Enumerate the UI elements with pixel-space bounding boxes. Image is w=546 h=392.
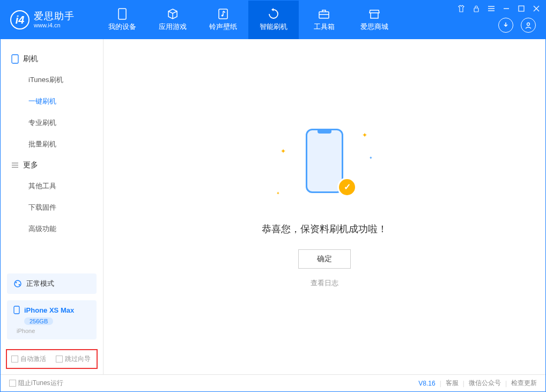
close-icon[interactable] — [532, 4, 541, 13]
status-link-wechat[interactable]: 微信公众号 — [469, 379, 501, 388]
tab-apps-games[interactable]: 应用游戏 — [147, 1, 198, 39]
view-log-link[interactable]: 查看日志 — [311, 278, 338, 288]
device-mode-card[interactable]: 正常模式 — [7, 273, 97, 294]
tab-toolbox[interactable]: 工具箱 — [299, 1, 349, 39]
main-content: ✦ ✦ ✦ ✦ ✓ 恭喜您，保资料刷机成功啦！ 确定 查看日志 — [104, 39, 545, 374]
logo-icon: i4 — [10, 10, 29, 29]
svg-point-13 — [527, 23, 530, 26]
svg-rect-5 — [474, 8, 478, 12]
check-badge-icon: ✓ — [337, 177, 357, 197]
logo-area: i4 爱思助手 www.i4.cn — [1, 10, 97, 29]
list-icon — [11, 162, 19, 168]
svg-point-2 — [222, 14, 224, 17]
app-title: 爱思助手 — [34, 11, 75, 22]
sidebar: 刷机 iTunes刷机 一键刷机 专业刷机 批量刷机 更多 其他工具 下载固件 … — [1, 39, 104, 374]
sparkle-icon: ✦ — [362, 131, 367, 139]
sidebar-item-batch-flash[interactable]: 批量刷机 — [1, 134, 103, 155]
device-type: iPhone — [17, 328, 90, 334]
sidebar-item-pro-flash[interactable]: 专业刷机 — [1, 112, 103, 134]
device-icon — [116, 8, 128, 20]
svg-point-19 — [16, 282, 17, 284]
minimize-icon[interactable] — [501, 4, 511, 13]
app-header: i4 爱思助手 www.i4.cn 我的设备 应用游戏 铃声壁纸 智能刷机 工具… — [1, 1, 545, 39]
device-name: iPhone XS Max — [24, 306, 74, 314]
status-bar: 阻止iTunes运行 V8.16 | 客服 | 微信公众号 | 检查更新 — [1, 374, 545, 391]
mode-icon — [13, 279, 22, 288]
tab-flash[interactable]: 智能刷机 — [248, 1, 299, 39]
svg-rect-14 — [12, 55, 18, 63]
store-icon — [368, 8, 380, 20]
block-itunes-checkbox[interactable]: 阻止iTunes运行 — [9, 379, 63, 388]
maximize-icon[interactable] — [517, 4, 526, 13]
shirt-icon[interactable] — [456, 4, 466, 13]
music-icon — [217, 8, 229, 20]
sidebar-item-download-firmware[interactable]: 下载固件 — [1, 197, 103, 218]
sidebar-item-advanced[interactable]: 高级功能 — [1, 218, 103, 240]
phone-icon — [11, 54, 19, 64]
tab-store[interactable]: 爱思商城 — [349, 1, 400, 39]
svg-point-18 — [14, 280, 21, 287]
flash-options-box: 自动激活 跳过向导 — [6, 349, 98, 369]
svg-point-20 — [19, 284, 20, 286]
success-illustration: ✦ ✦ ✦ ✦ ✓ — [271, 126, 378, 206]
sidebar-section-more: 更多 — [1, 155, 103, 175]
success-message: 恭喜您，保资料刷机成功啦！ — [262, 223, 387, 235]
briefcase-icon — [318, 8, 330, 20]
status-link-update[interactable]: 检查更新 — [511, 379, 537, 388]
svg-rect-0 — [119, 9, 126, 19]
version-label: V8.16 — [418, 380, 435, 387]
svg-rect-10 — [519, 6, 524, 11]
download-button[interactable] — [498, 18, 513, 33]
app-subtitle: www.i4.cn — [34, 22, 75, 28]
nav-tabs: 我的设备 应用游戏 铃声壁纸 智能刷机 工具箱 爱思商城 — [97, 1, 400, 39]
sidebar-item-itunes-flash[interactable]: iTunes刷机 — [1, 69, 103, 91]
sparkle-icon: ✦ — [369, 156, 373, 160]
cube-icon — [167, 8, 179, 20]
sidebar-item-other-tools[interactable]: 其他工具 — [1, 175, 103, 197]
device-card[interactable]: iPhone XS Max 256GB iPhone — [7, 300, 97, 339]
tab-my-device[interactable]: 我的设备 — [97, 1, 147, 39]
sparkle-icon: ✦ — [276, 191, 280, 196]
menu-icon[interactable] — [486, 4, 496, 13]
sparkle-icon: ✦ — [281, 147, 286, 155]
status-link-support[interactable]: 客服 — [446, 379, 459, 388]
skip-guide-checkbox[interactable]: 跳过向导 — [56, 354, 91, 364]
refresh-icon — [268, 8, 279, 20]
svg-rect-21 — [14, 306, 19, 314]
svg-rect-3 — [319, 12, 329, 18]
tab-ringtones[interactable]: 铃声壁纸 — [198, 1, 248, 39]
device-storage: 256GB — [24, 317, 53, 325]
window-controls — [456, 4, 541, 13]
user-button[interactable] — [521, 18, 536, 33]
sidebar-item-onekey-flash[interactable]: 一键刷机 — [1, 91, 103, 112]
sidebar-section-flash: 刷机 — [1, 49, 103, 69]
auto-activate-checkbox[interactable]: 自动激活 — [11, 354, 46, 364]
confirm-button[interactable]: 确定 — [298, 249, 351, 269]
lock-icon[interactable] — [471, 4, 481, 13]
device-phone-icon — [13, 306, 20, 314]
user-controls — [498, 18, 536, 33]
